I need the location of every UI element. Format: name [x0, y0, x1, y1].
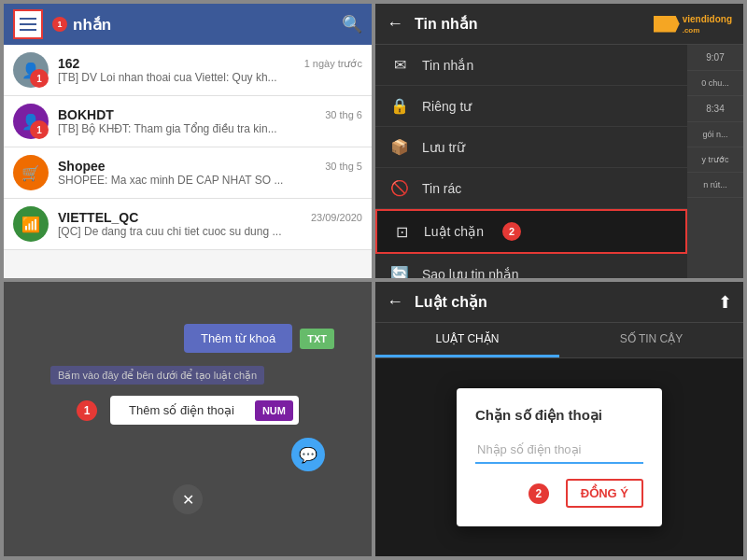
tab-so-tin-cay[interactable]: SỐ TIN CẬY: [559, 323, 743, 357]
badge-step2: 2: [529, 483, 549, 504]
msg-item-162[interactable]: 👤 1 162 1 ngày trước [TB] DV Loi nhan th…: [4, 45, 372, 96]
panel2-title: Tin nhắn: [415, 15, 654, 33]
msg-name-viettel: VIETTEL_QC: [58, 210, 138, 225]
panel-block-rules: Thêm từ khoá TXT Bấm vào đây để bên dưới…: [4, 282, 372, 556]
them-so-label: Thêm số điện thoại: [129, 403, 234, 417]
dialog-title: Chặn số điện thoại: [475, 407, 643, 424]
hamburger-line2: [20, 23, 36, 25]
msg-time-viettel: 23/09/2020: [311, 212, 362, 223]
lock-icon: 🔒: [390, 97, 409, 115]
right-time-3: 8:34: [687, 96, 743, 122]
num-badge: NUM: [255, 400, 293, 421]
msg-preview-162: [TB] DV Loi nhan thoai cua Viettel: Quy …: [58, 71, 362, 84]
menu-item-tin-rac[interactable]: 🚫 Tin rác: [375, 168, 687, 209]
msg-content-shopee: Shopee 30 thg 5 SHOPEE: Ma xac minh DE C…: [58, 159, 362, 187]
row-them-tu-khoa: Thêm từ khoá TXT: [22, 324, 353, 353]
close-icon: ✕: [182, 491, 194, 509]
dialog-box: Chặn số điện thoại 2 ĐỒNG Ý: [457, 388, 662, 526]
panel1-header: 1 nhắn 🔍: [4, 4, 372, 45]
msg-top-162: 162 1 ngày trước: [58, 56, 362, 71]
msg-item-shopee[interactable]: 🛒 Shopee 30 thg 5 SHOPEE: Ma xac minh DE…: [4, 147, 372, 199]
msg-name-shopee: Shopee: [58, 159, 106, 174]
msg-preview-bokhdt: [TB] Bộ KHĐT: Tham gia Tổng điều tra kin…: [58, 122, 362, 135]
menu-label-rieng-tu: Riêng tư: [422, 99, 472, 114]
panel-block-dialog: ← Luật chặn ⬆ LUẬT CHẶN SỐ TIN CẬY Chặn …: [375, 282, 743, 556]
backup-icon: 🔄: [390, 265, 409, 278]
msg-name-bokhdt: BOKHDT: [58, 107, 114, 122]
msg-preview-viettel: [QC] De dang tra cuu chi tiet cuoc su du…: [58, 225, 362, 238]
msg-top-bokhdt: BOKHDT 30 thg 6: [58, 107, 362, 122]
msg-item-bokhdt[interactable]: 👤 1 BOKHDT 30 thg 6 [TB] Bộ KHĐT: Tham g…: [4, 96, 372, 147]
dialog-overlay: Chặn số điện thoại 2 ĐỒNG Ý: [375, 358, 743, 556]
spam-icon: 🚫: [390, 179, 409, 197]
msg-content-viettel: VIETTEL_QC 23/09/2020 [QC] De dang tra c…: [58, 210, 362, 238]
panel2-content: ✉ Tin nhắn 🔒 Riêng tư 📦 Lưu trữ 🚫 Tin rá…: [375, 45, 743, 278]
phone-number-input[interactable]: [475, 437, 643, 464]
row-them-tu-tin: 💬: [22, 438, 353, 471]
menu-list: ✉ Tin nhắn 🔒 Riêng tư 📦 Lưu trữ 🚫 Tin rá…: [375, 45, 687, 278]
msg-content-162: 162 1 ngày trước [TB] DV Loi nhan thoai …: [58, 56, 362, 84]
right-time-6: n rút...: [687, 173, 743, 198]
right-time-4: gói n...: [687, 122, 743, 147]
hint-text: Bấm vào đây để bên dưới để tạo luật chặn: [50, 366, 264, 385]
viendidong-logo: viendidong.com: [654, 14, 732, 35]
them-tu-khoa-button[interactable]: Thêm từ khoá: [184, 324, 292, 353]
upload-icon[interactable]: ⬆: [718, 292, 732, 313]
row-them-so: 1 Thêm số điện thoại NUM: [22, 396, 353, 425]
menu-item-tin-nhan[interactable]: ✉ Tin nhắn: [375, 45, 687, 86]
avatar-wrap-162: 👤 1: [13, 52, 49, 88]
badge-162: 1: [30, 69, 49, 88]
msg-preview-shopee: SHOPEE: Ma xac minh DE CAP NHAT SO ...: [58, 174, 362, 187]
hamburger-line1: [20, 18, 36, 20]
chat-icon: 💬: [299, 446, 317, 464]
back-arrow-button[interactable]: ←: [387, 14, 403, 34]
msg-time-bokhdt: 30 thg 6: [325, 109, 362, 120]
logo-icon: [654, 16, 680, 33]
confirm-button[interactable]: ĐỒNG Ý: [566, 479, 643, 508]
msg-name-162: 162: [58, 56, 79, 71]
panel1-title: nhắn: [73, 15, 342, 35]
avatar-shopee: 🛒: [13, 155, 49, 190]
panel-message-list: 1 nhắn 🔍 👤 1 162 1 ngày trước [TB] DV Lo…: [4, 4, 372, 278]
txt-badge: TXT: [300, 329, 334, 349]
close-button[interactable]: ✕: [173, 484, 203, 514]
archive-icon: 📦: [390, 138, 409, 156]
menu-label-tin-nhan: Tin nhắn: [422, 58, 473, 73]
message-list: 👤 1 162 1 ngày trước [TB] DV Loi nhan th…: [4, 45, 372, 250]
tab-luat-chan[interactable]: LUẬT CHẶN: [375, 323, 559, 357]
right-time-1: 9:07: [687, 45, 743, 71]
search-button[interactable]: 🔍: [342, 14, 362, 35]
menu-item-sao-luu[interactable]: 🔄 Sao lưu tin nhắn: [375, 254, 687, 278]
them-tu-khoa-label: Thêm từ khoá: [201, 331, 275, 345]
panel4-header: ← Luật chặn ⬆: [375, 282, 743, 323]
panel4-tabs: LUẬT CHẶN SỐ TIN CẬY: [375, 323, 743, 358]
msg-item-viettel[interactable]: 📶 VIETTEL_QC 23/09/2020 [QC] De dang tra…: [4, 199, 372, 250]
panel-menu: ← Tin nhắn viendidong.com ✉ Tin nhắn 🔒 R…: [375, 4, 743, 278]
right-time-5: y trước: [687, 147, 743, 173]
menu-item-rieng-tu[interactable]: 🔒 Riêng tư: [375, 86, 687, 127]
avatar-wrap-shopee: 🛒: [13, 155, 49, 190]
menu-label-luat-chan: Luật chặn: [424, 224, 484, 239]
main-grid: 1 nhắn 🔍 👤 1 162 1 ngày trước [TB] DV Lo…: [0, 0, 747, 560]
hamburger-line3: [20, 29, 36, 31]
panel2-header: ← Tin nhắn viendidong.com: [375, 4, 743, 45]
msg-content-bokhdt: BOKHDT 30 thg 6 [TB] Bộ KHĐT: Tham gia T…: [58, 107, 362, 135]
badge-2: 2: [502, 222, 521, 241]
panel4-back-button[interactable]: ←: [387, 292, 403, 312]
mail-icon: ✉: [390, 56, 409, 74]
logo-text: viendidong.com: [683, 14, 732, 35]
them-tu-tin-button[interactable]: 💬: [291, 438, 325, 471]
menu-label-tin-rac: Tin rác: [422, 181, 461, 196]
menu-item-luu-tru[interactable]: 📦 Lưu trữ: [375, 127, 687, 168]
dialog-footer: 2 ĐỒNG Ý: [475, 479, 643, 508]
avatar-wrap-viettel: 📶: [13, 206, 49, 242]
avatar-wrap-bokhdt: 👤 1: [13, 104, 49, 139]
block-icon: ⊡: [392, 223, 411, 241]
them-so-dien-thoai-button[interactable]: Thêm số điện thoại: [116, 398, 247, 423]
menu-item-luat-chan[interactable]: ⊡ Luật chặn 2: [375, 209, 687, 254]
msg-time-shopee: 30 thg 5: [325, 161, 362, 172]
right-time-2: 0 chu...: [687, 71, 743, 96]
menu-label-sao-luu: Sao lưu tin nhắn: [422, 267, 519, 279]
hamburger-badge: 1: [52, 17, 67, 32]
hamburger-button[interactable]: [13, 9, 43, 39]
